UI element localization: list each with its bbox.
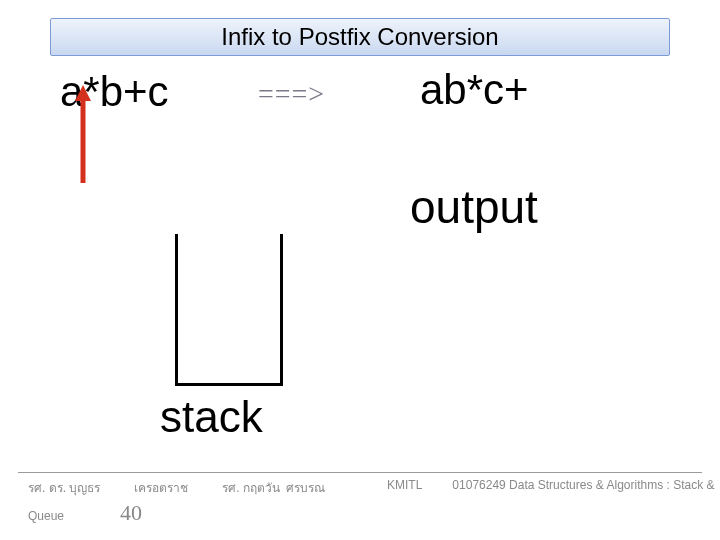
page-number: 40 [120,500,142,526]
footer-row-2: Queue 40 [18,500,702,526]
footer-divider [18,472,702,473]
up-arrow-icon [75,85,91,183]
footer-author-2a: รศ. กฤตวัน [222,478,280,497]
footer-course: 01076249 Data Structures & Algorithms : … [452,478,714,497]
footer-row-1: รศ. ดร. บุญธร เครอตราช รศ. กฤตวัน ศรบรณ … [18,478,702,497]
output-label: output [410,180,538,234]
postfix-expression: ab*c+ [420,66,529,114]
svg-marker-1 [75,85,91,101]
title-bar: Infix to Postfix Conversion [50,18,670,56]
footer-queue: Queue [28,509,64,523]
footer-author-2b: ศรบรณ [286,478,325,497]
stack-diagram [175,234,283,386]
footer-institution: KMITL [387,478,422,497]
footer-author-1a: รศ. ดร. บุญธร [28,478,100,497]
footer-author-1b: เครอตราช [134,478,188,497]
arrow-symbol: ===> [258,78,325,110]
stack-label: stack [160,392,263,442]
page-title: Infix to Postfix Conversion [221,23,498,51]
